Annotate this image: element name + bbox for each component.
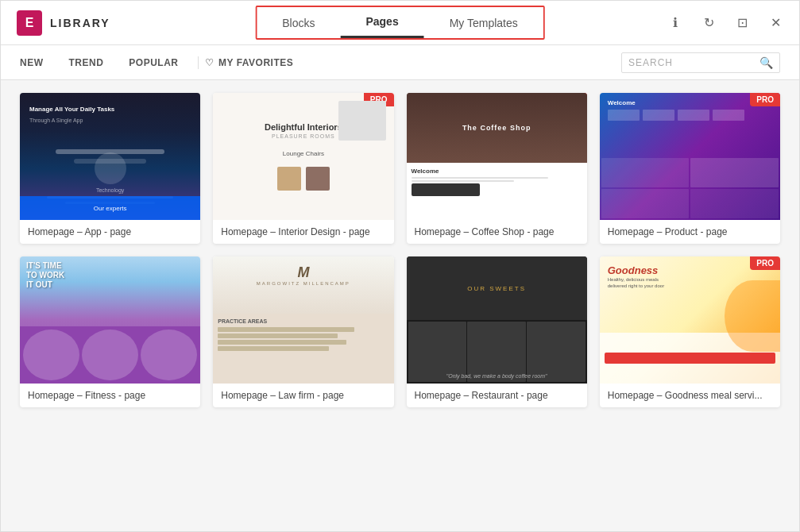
template-grid: Manage All Your Daily Tasks Through A Si… <box>20 93 780 407</box>
template-card-coffee[interactable]: PRO The Coffee Shop Welcome Homepage – C… <box>407 93 587 244</box>
template-card-interior[interactable]: PRO Delightful Interiors PLEASURE ROOMS … <box>213 93 393 244</box>
card-image-law: M MARGOWITZ MILLENCAMP PRACTICE AREAS <box>213 256 393 384</box>
favorites-label: MY FAVORITES <box>218 57 293 68</box>
card-label-interior: Homepage – Interior Design - page <box>213 220 393 244</box>
card-image-fitness: IT'S TIMETO WORKIT OUT <box>20 256 200 384</box>
search-input[interactable] <box>628 57 759 68</box>
card-label-restaurant: Homepage – Restaurant - page <box>407 384 587 407</box>
library-modal: E LIBRARY Blocks Pages My Templates ℹ ↻ … <box>0 0 800 532</box>
tab-pages[interactable]: Pages <box>340 7 423 38</box>
card-label-law: Homepage – Law firm - page <box>213 384 393 407</box>
template-grid-container: Manage All Your Daily Tasks Through A Si… <box>1 80 799 531</box>
logo-text: LIBRARY <box>50 17 110 29</box>
card-image-goodness: PRO Goodness Healthy, delicious meals de… <box>600 256 780 384</box>
nav-divider <box>198 56 199 69</box>
info-button[interactable]: ℹ <box>664 12 686 34</box>
template-card-goodness[interactable]: PRO Goodness Healthy, delicious meals de… <box>600 256 780 407</box>
logo-icon: E <box>17 10 42 36</box>
pro-badge-goodness: PRO <box>750 256 780 270</box>
search-area: 🔍 <box>621 52 780 73</box>
sub-nav: NEW TREND POPULAR ♡ MY FAVORITES 🔍 <box>1 45 799 80</box>
card-image-restaurant: OUR SWEETS "Only bad, we make a body cof… <box>407 256 587 384</box>
card-image-coffee: PRO The Coffee Shop Welcome <box>407 93 587 220</box>
template-card-app[interactable]: Manage All Your Daily Tasks Through A Si… <box>20 93 200 244</box>
refresh-button[interactable]: ↻ <box>698 12 720 34</box>
card-image-interior: PRO Delightful Interiors PLEASURE ROOMS … <box>213 93 393 220</box>
card-label-fitness: Homepage – Fitness - page <box>20 384 200 407</box>
search-icon: 🔍 <box>759 56 773 69</box>
logo-area: E LIBRARY <box>1 10 126 36</box>
card-label-coffee: Homepage – Coffee Shop - page <box>407 220 587 244</box>
subnav-favorites[interactable]: ♡ MY FAVORITES <box>205 57 294 68</box>
tab-my-templates[interactable]: My Templates <box>424 7 543 38</box>
close-button[interactable]: ✕ <box>764 12 786 34</box>
app-cta-bar: Our experts <box>20 196 200 220</box>
template-card-fitness[interactable]: IT'S TIMETO WORKIT OUT Homepage – Fitnes… <box>20 256 200 407</box>
subnav-popular[interactable]: POPULAR <box>116 45 191 80</box>
card-image-product: PRO Welcome <box>600 93 780 220</box>
template-card-law[interactable]: M MARGOWITZ MILLENCAMP PRACTICE AREAS Ho <box>213 256 393 407</box>
template-card-product[interactable]: PRO Welcome <box>600 93 780 244</box>
card-image-app: Manage All Your Daily Tasks Through A Si… <box>20 93 200 220</box>
card-label-goodness: Homepage – Goodness meal servi... <box>600 384 780 407</box>
subnav-new[interactable]: NEW <box>20 45 56 80</box>
save-button[interactable]: ⊡ <box>731 12 753 34</box>
card-label-app: Homepage – App - page <box>20 220 200 244</box>
template-card-restaurant[interactable]: OUR SWEETS "Only bad, we make a body cof… <box>407 256 587 407</box>
subnav-trend[interactable]: TREND <box>56 45 117 80</box>
tab-blocks[interactable]: Blocks <box>257 7 340 38</box>
card-label-product: Homepage – Product - page <box>600 220 780 244</box>
top-bar: E LIBRARY Blocks Pages My Templates ℹ ↻ … <box>1 1 799 45</box>
header-actions: ℹ ↻ ⊡ ✕ <box>664 12 799 34</box>
heart-icon: ♡ <box>205 57 214 68</box>
tabs-container: Blocks Pages My Templates <box>255 6 545 40</box>
